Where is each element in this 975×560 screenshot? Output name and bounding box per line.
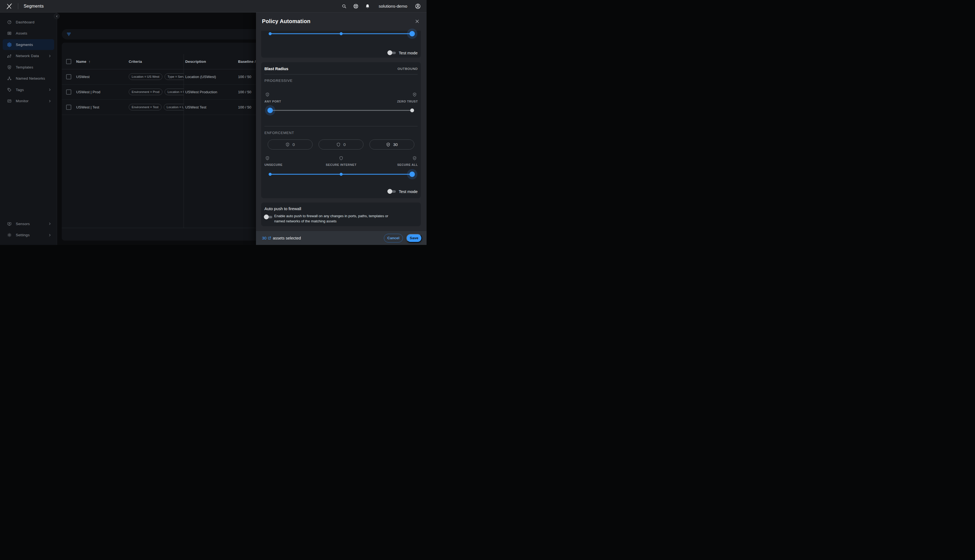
enforcement-buttons: 0 0 30: [268, 140, 414, 150]
sidebar-collapse-button[interactable]: [54, 13, 60, 19]
sidebar-item-segments[interactable]: Segments: [3, 39, 54, 50]
sidebar-item-monitor[interactable]: Monitor: [3, 96, 54, 107]
chevron-right-icon: [48, 233, 52, 237]
panel-footer: 30 assets selected Cancel Save: [256, 231, 427, 245]
help-icon[interactable]: [353, 3, 359, 9]
test-mode-toggle[interactable]: [387, 189, 396, 194]
sidebar-item-network-data[interactable]: Network Data: [3, 50, 54, 62]
shield-star-icon: [412, 92, 417, 97]
assets-selected: 30 assets selected: [262, 236, 301, 240]
sidebar-item-settings[interactable]: Settings: [3, 230, 54, 241]
sensors-icon: [7, 222, 12, 226]
slider-stop-end[interactable]: [410, 108, 414, 112]
settings-gear-icon: [7, 233, 12, 237]
segment-description: Location (USWest): [185, 69, 216, 84]
search-icon[interactable]: [342, 4, 347, 9]
secure-internet-count: 0: [343, 142, 346, 147]
segment-criteria: Environment = Prod Location = US: [129, 84, 184, 100]
test-mode-toggle[interactable]: [387, 50, 396, 55]
monitor-chart-icon: [7, 99, 12, 103]
criteria-chip: Environment = Prod: [129, 88, 162, 95]
enforcement-icon-row: [265, 156, 417, 160]
notifications-bell-icon[interactable]: [365, 4, 370, 9]
divider: [264, 126, 417, 127]
assets-selected-text: assets selected: [273, 236, 301, 240]
sidebar-item-templates[interactable]: Templates: [3, 62, 54, 73]
external-link-icon: [268, 236, 271, 240]
auto-push-toggle[interactable]: [264, 215, 273, 219]
progressive-slider[interactable]: [270, 108, 412, 113]
slider-stop-start[interactable]: [269, 32, 272, 35]
progressive-label-row: ANY PORT ZERO TRUST: [264, 100, 418, 103]
sidebar: Dashboard Assets: [0, 12, 57, 245]
sidebar-item-label: Sensors: [16, 222, 30, 226]
progressive-section-label: PROGRESSIVE: [264, 78, 292, 83]
column-header-name[interactable]: Name↑: [76, 54, 90, 69]
column-header-description: Description: [185, 54, 206, 69]
segments-honeycomb-icon: [7, 42, 12, 47]
row-checkbox[interactable]: [66, 90, 71, 95]
secure-all-count-button[interactable]: 30: [369, 140, 414, 150]
segment-baseline: 100 / 50: [238, 84, 251, 100]
secure-internet-label: SECURE INTERNET: [326, 163, 357, 167]
save-button[interactable]: Save: [406, 234, 422, 242]
filter-icon[interactable]: [67, 32, 71, 36]
any-port-label: ANY PORT: [264, 100, 281, 103]
sidebar-item-tags[interactable]: Tags: [3, 84, 54, 95]
select-all-checkbox[interactable]: [66, 59, 71, 64]
unsecure-count-button[interactable]: 0: [268, 140, 312, 150]
assets-count-link[interactable]: 30: [262, 236, 271, 240]
segment-name: USWest: [76, 69, 90, 84]
blast-radius-title: Blast Radius: [264, 67, 288, 71]
panel-title: Policy Automation: [262, 18, 311, 25]
slider-stop-mid[interactable]: [340, 32, 343, 35]
criteria-chip: Location = US: [165, 88, 184, 95]
shield-icon: [339, 156, 343, 160]
criteria-chip: Location = US: [164, 104, 184, 110]
segment-name: USWest | Prod: [76, 84, 100, 100]
secure-all-count: 30: [393, 142, 398, 147]
templates-shield-icon: [7, 65, 12, 70]
row-checkbox[interactable]: [66, 105, 71, 110]
close-icon[interactable]: [415, 19, 419, 23]
user-name[interactable]: solutions-demo: [379, 4, 407, 9]
unsecure-count: 0: [292, 142, 295, 147]
slider-stop-start[interactable]: [269, 173, 272, 176]
segment-criteria: Environment = Test Location = US: [129, 100, 184, 115]
policy-automation-panel: Policy Automation Test mode Blast Radius…: [256, 12, 427, 245]
inbound-policy-card: Test mode: [261, 31, 421, 58]
slider-thumb[interactable]: [409, 31, 415, 37]
segment-baseline: 100 / 50: [238, 69, 251, 84]
test-mode-row: Test mode: [387, 189, 417, 194]
topbar-actions: solutions-demo: [342, 3, 421, 9]
sidebar-item-sensors[interactable]: Sensors: [3, 218, 54, 229]
slider-thumb[interactable]: [409, 172, 415, 177]
sidebar-item-label: Tags: [16, 88, 24, 92]
sidebar-item-label: Templates: [16, 65, 33, 69]
sidebar-item-assets[interactable]: Assets: [3, 28, 54, 39]
direction-badge: OUTBOUND: [397, 67, 418, 70]
account-avatar-icon[interactable]: [415, 3, 421, 9]
chevron-right-icon: [48, 100, 52, 103]
segment-name: USWest | Test: [76, 100, 99, 115]
divider: [264, 74, 417, 75]
column-header-baseline: Baseline /: [238, 54, 256, 69]
shield-check-icon: [412, 156, 417, 160]
inbound-enforcement-slider[interactable]: [270, 32, 412, 36]
sidebar-item-named-networks[interactable]: Named Networks: [3, 73, 54, 84]
blast-radius-card: Blast Radius OUTBOUND PROGRESSIVE: [261, 62, 421, 198]
secure-internet-count-button[interactable]: 0: [319, 140, 364, 150]
secure-all-label: SECURE ALL: [397, 163, 418, 167]
app-screen: Segments solutions-demo: [0, 0, 427, 245]
progressive-icon-row: [265, 92, 417, 97]
sidebar-item-dashboard[interactable]: Dashboard: [3, 17, 54, 27]
slider-thumb[interactable]: [267, 108, 273, 113]
cancel-button[interactable]: Cancel: [384, 234, 403, 242]
sidebar-item-label: Assets: [16, 31, 27, 35]
sidebar-item-label: Segments: [16, 43, 33, 47]
sidebar-item-label: Network Data: [16, 54, 39, 58]
row-checkbox[interactable]: [66, 74, 71, 79]
network-data-icon: [7, 53, 12, 58]
slider-stop-mid[interactable]: [340, 173, 343, 176]
enforcement-slider[interactable]: [270, 172, 412, 177]
